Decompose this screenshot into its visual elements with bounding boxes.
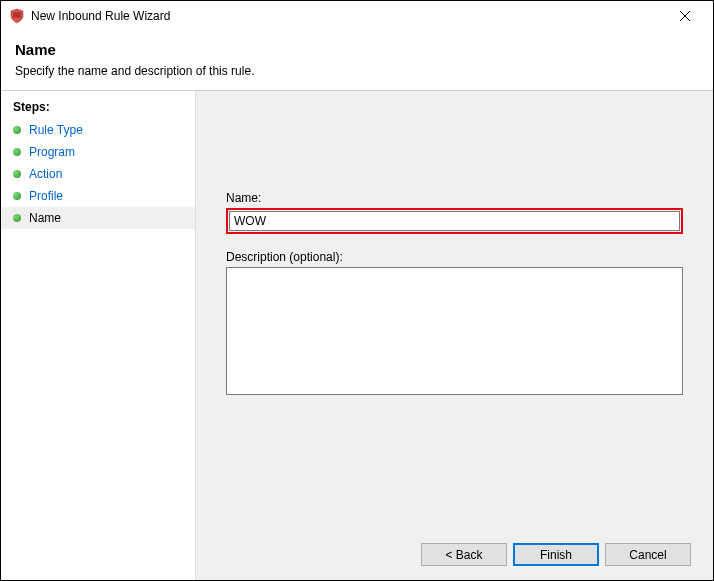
finish-button[interactable]: Finish <box>513 543 599 566</box>
step-label: Rule Type <box>29 123 83 137</box>
main-panel: Name: Description (optional): < Back Fin… <box>196 91 713 581</box>
step-profile[interactable]: Profile <box>1 185 195 207</box>
name-input-highlight <box>226 208 683 234</box>
step-bullet-icon <box>13 170 21 178</box>
close-button[interactable] <box>665 2 705 30</box>
steps-header: Steps: <box>1 97 195 119</box>
page-title: Name <box>15 41 699 58</box>
description-input[interactable] <box>226 267 683 395</box>
step-bullet-icon <box>13 192 21 200</box>
step-bullet-icon <box>13 148 21 156</box>
page-subtitle: Specify the name and description of this… <box>15 64 699 78</box>
button-row: < Back Finish Cancel <box>421 543 691 566</box>
step-program[interactable]: Program <box>1 141 195 163</box>
firewall-icon <box>9 8 25 24</box>
cancel-button[interactable]: Cancel <box>605 543 691 566</box>
step-rule-type[interactable]: Rule Type <box>1 119 195 141</box>
name-input[interactable] <box>229 211 680 231</box>
step-label: Name <box>29 211 61 225</box>
step-action[interactable]: Action <box>1 163 195 185</box>
step-bullet-icon <box>13 214 21 222</box>
back-button[interactable]: < Back <box>421 543 507 566</box>
step-name[interactable]: Name <box>1 207 195 229</box>
svg-rect-0 <box>13 12 21 18</box>
description-label: Description (optional): <box>226 250 683 264</box>
titlebar: New Inbound Rule Wizard <box>1 1 713 31</box>
step-bullet-icon <box>13 126 21 134</box>
step-label: Action <box>29 167 62 181</box>
wizard-header: Name Specify the name and description of… <box>1 31 713 91</box>
step-label: Program <box>29 145 75 159</box>
wizard-body: Steps: Rule Type Program Action Profile … <box>1 91 713 581</box>
step-label: Profile <box>29 189 63 203</box>
name-label: Name: <box>226 191 683 205</box>
steps-sidebar: Steps: Rule Type Program Action Profile … <box>1 91 196 581</box>
window-title: New Inbound Rule Wizard <box>31 9 665 23</box>
close-icon <box>680 11 690 21</box>
